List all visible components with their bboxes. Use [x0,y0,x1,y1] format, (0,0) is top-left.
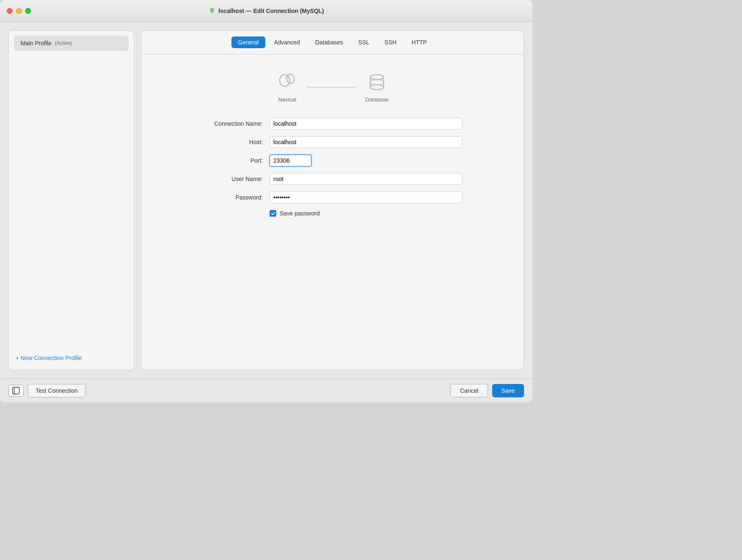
checkmark-icon [271,211,275,216]
bottom-bar: Test Connection Cancel Save [0,379,532,402]
svg-rect-5 [13,387,19,394]
form-fields: Connection Name: Host: Port: User Name: [202,118,462,217]
navicat-label: Navicat [278,96,296,103]
window-title: localhost — Edit Connection (MySQL) [208,7,324,15]
titlebar: localhost — Edit Connection (MySQL) [0,0,532,22]
left-panel: Main Profile (Active) + New Connection P… [8,30,134,370]
profile-name: Main Profile [21,40,52,47]
bottom-right: Cancel Save [450,384,524,397]
database-label: Database [365,96,389,103]
tab-http[interactable]: HTTP [405,36,434,48]
main-content: Main Profile (Active) + New Connection P… [0,22,532,379]
profile-badge: (Active) [55,40,72,46]
database-diagram-item: Database [365,71,389,103]
connection-name-input[interactable] [270,118,462,130]
profile-item[interactable]: Main Profile (Active) [14,36,129,51]
port-input[interactable] [270,155,311,166]
database-icon [366,71,388,93]
test-connection-button[interactable]: Test Connection [28,384,86,397]
tabs-bar: General Advanced Databases SSL SSH HTTP [141,31,524,54]
navicat-diagram-item: Navicat [276,71,298,103]
tab-ssl[interactable]: SSL [352,36,376,48]
username-input[interactable] [270,173,462,185]
password-input[interactable] [270,192,462,203]
connection-diagram: Navicat Database [276,71,389,103]
tab-ssh[interactable]: SSH [378,36,403,48]
diagram-connector [306,87,357,88]
port-row: Port: [202,155,462,166]
tab-general[interactable]: General [231,36,266,48]
save-button[interactable]: Save [492,384,524,397]
traffic-lights [7,8,31,14]
bottom-left: Test Connection [8,384,86,397]
sidebar-toggle-icon [12,387,20,394]
connection-name-label: Connection Name: [202,120,270,127]
navicat-icon [276,71,298,93]
host-row: Host: [202,136,462,148]
password-label: Password: [202,194,270,201]
cancel-button[interactable]: Cancel [450,384,488,397]
username-row: User Name: [202,173,462,185]
right-panel: General Advanced Databases SSL SSH HTTP [141,30,524,370]
minimize-button[interactable] [16,8,22,14]
svg-point-2 [370,75,384,80]
sidebar-toggle-button[interactable] [8,385,23,397]
save-password-label: Save password [280,210,320,217]
app-icon [208,7,216,15]
tab-advanced[interactable]: Advanced [267,36,306,48]
form-area: Navicat Database [141,54,524,370]
connection-name-row: Connection Name: [202,118,462,130]
host-label: Host: [202,139,270,145]
maximize-button[interactable] [25,8,31,14]
username-label: User Name: [202,176,270,182]
save-password-checkbox[interactable] [270,210,276,217]
svg-point-3 [370,85,384,90]
save-password-row: Save password [270,210,462,217]
svg-point-4 [370,80,384,85]
tab-databases[interactable]: Databases [309,36,350,48]
port-label: Port: [202,157,270,164]
close-button[interactable] [7,8,13,14]
new-connection-button[interactable]: + New Connection Profile [16,355,82,361]
svg-point-1 [287,74,294,83]
password-row: Password: [202,192,462,203]
host-input[interactable] [270,136,462,148]
